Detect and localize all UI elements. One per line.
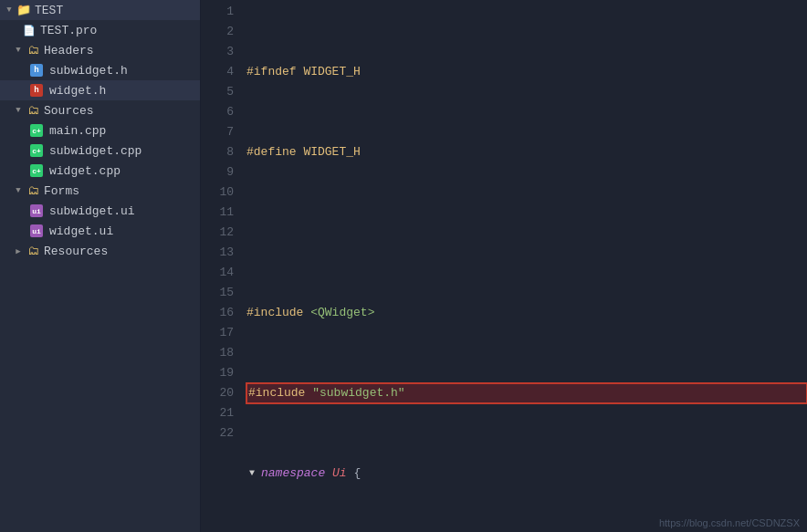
- folder-label: Headers: [44, 44, 94, 57]
- token: [325, 464, 332, 484]
- collapse-arrow: ▼: [246, 468, 257, 479]
- code-content: #ifndef WIDGET_H #define WIDGET_H #inclu…: [243, 0, 807, 532]
- file-label: TEST.pro: [40, 24, 97, 37]
- folder-icon: 🗂: [26, 183, 40, 198]
- tree-folder-sources[interactable]: 🗂 Sources: [0, 100, 200, 120]
- file-label: subwidget.h: [49, 64, 128, 78]
- code-line: ▼namespace Ui {: [246, 464, 807, 484]
- ui-icon: ui: [29, 224, 44, 238]
- tree-project-root[interactable]: 📁 TEST: [0, 0, 200, 20]
- folder-icon: 📁: [16, 3, 31, 17]
- token: <QWidget>: [310, 303, 374, 323]
- file-label: main.cpp: [49, 124, 106, 138]
- project-name: TEST: [35, 4, 63, 17]
- folder-icon: 🗂: [26, 103, 40, 118]
- tree-item-subwidgetui[interactable]: ui subwidget.ui: [0, 201, 200, 221]
- tree-item-widgetui[interactable]: ui widget.ui: [0, 221, 200, 241]
- folder-label: Sources: [44, 104, 94, 118]
- h-icon: h: [29, 63, 44, 78]
- arrow-icon: [4, 5, 15, 16]
- arrow-icon: [13, 245, 24, 256]
- tree-item-widgeth[interactable]: h widget.h: [0, 80, 200, 100]
- folder-icon: 🗂: [26, 244, 40, 258]
- folder-label: Forms: [44, 184, 79, 198]
- code-editor[interactable]: 1 2 3 4 5 6 7 8 9 10 11 12 13 14 15 16 1…: [201, 0, 807, 532]
- token: #include: [248, 383, 312, 403]
- tree-item-maincpp[interactable]: c+ main.cpp: [0, 120, 200, 141]
- file-label: subwidget.ui: [49, 204, 135, 218]
- token: #include: [246, 303, 310, 323]
- token: #ifndef WIDGET_H: [246, 62, 361, 82]
- token: namespace: [261, 464, 325, 484]
- tree-item-subwidgetcpp[interactable]: c+ subwidget.cpp: [0, 141, 200, 161]
- folder-label: Resources: [44, 245, 108, 258]
- file-label: widget.cpp: [49, 164, 121, 178]
- tree-item-subwidgeth[interactable]: h subwidget.h: [0, 60, 200, 80]
- tree-item-testpro[interactable]: 📄 TEST.pro: [0, 20, 200, 40]
- file-label: widget.ui: [49, 224, 113, 238]
- token: {: [347, 464, 362, 484]
- line-numbers: 1 2 3 4 5 6 7 8 9 10 11 12 13 14 15 16 1…: [201, 0, 243, 532]
- cpp-icon: c+: [29, 163, 44, 178]
- arrow-icon: [13, 185, 24, 196]
- cpp-icon: c+: [29, 143, 44, 158]
- token: #define WIDGET_H: [246, 142, 361, 162]
- cpp-icon: c+: [29, 123, 44, 138]
- file-icon: 📄: [22, 23, 37, 37]
- tree-item-widgetcpp[interactable]: c+ widget.cpp: [0, 161, 200, 181]
- folder-icon: 🗂: [26, 43, 40, 57]
- watermark: https://blog.csdn.net/CSDNZSX: [659, 517, 800, 528]
- code-line: #ifndef WIDGET_H: [246, 62, 807, 82]
- file-tree[interactable]: 📁 TEST 📄 TEST.pro 🗂 Headers h subwidget.…: [0, 0, 201, 532]
- h-red-icon: h: [29, 83, 44, 98]
- file-label: subwidget.cpp: [49, 144, 141, 158]
- code-line: #define WIDGET_H: [246, 142, 807, 162]
- arrow-icon: [13, 45, 24, 56]
- ui-icon: ui: [29, 203, 44, 218]
- token: "subwidget.h": [312, 383, 404, 403]
- file-label: widget.h: [49, 84, 106, 98]
- tree-folder-resources[interactable]: 🗂 Resources: [0, 241, 200, 261]
- tree-folder-headers[interactable]: 🗂 Headers: [0, 40, 200, 60]
- token: Ui: [332, 464, 347, 484]
- arrow-icon: [13, 105, 24, 116]
- code-line-5: #include "subwidget.h": [246, 383, 807, 403]
- code-line: #include <QWidget>: [246, 303, 807, 323]
- code-line: [246, 223, 807, 243]
- tree-folder-forms[interactable]: 🗂 Forms: [0, 181, 200, 201]
